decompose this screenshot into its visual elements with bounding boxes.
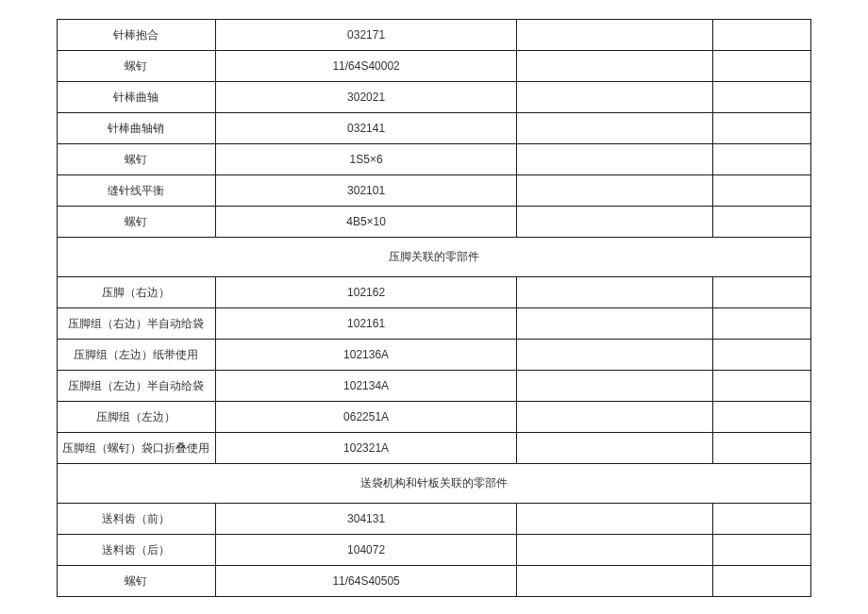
table-cell [713,51,811,82]
table-cell: 螺钉 [58,566,216,597]
table-cell: 针棒抱合 [58,20,216,51]
table-cell: 102134A [215,371,517,402]
table-cell: 032171 [215,20,517,51]
table-cell [713,20,811,51]
table-cell: 1S5×6 [215,144,517,175]
table-cell: 压脚组（右边）半自动给袋 [58,308,216,340]
table-row: 螺钉4B5×10 [58,207,811,238]
table-cell [517,113,713,144]
table-cell [713,82,811,113]
table-cell [517,535,713,566]
table-cell [517,308,713,340]
table-cell [713,113,811,144]
table-cell [517,433,713,464]
table-cell: 送料齿（前） [58,504,216,535]
section-header: 送袋机构和针板关联的零部件 [58,464,811,504]
table-cell [517,175,713,207]
table-row: 送料齿（前）304131 [58,504,811,535]
table-cell [713,535,811,566]
table-cell: 送料齿（后） [58,535,216,566]
table-cell [517,566,713,597]
table-row: 压脚关联的零部件 [58,238,811,277]
table-row: 针棒抱合032171 [58,20,811,51]
table-cell [713,144,811,175]
table-row: 螺钉11/64S40002 [58,51,811,82]
table-cell: 4B5×10 [215,207,517,238]
table-cell: 压脚组（左边） [58,402,216,433]
table-cell: 螺钉 [58,51,216,82]
table-row: 压脚组（螺钉）袋口折叠使用102321A [58,433,811,464]
table-cell [713,402,811,433]
table-cell: 102162 [215,277,517,308]
table-cell: 102136A [215,340,517,371]
table-cell [517,277,713,308]
table-cell: 032141 [215,113,517,144]
table-cell [517,340,713,371]
table-cell: 螺钉 [58,207,216,238]
table-cell [713,566,811,597]
table-cell [517,20,713,51]
table-row: 压脚组（右边）半自动给袋102161 [58,308,811,340]
table-row: 螺钉11/64S40505 [58,566,811,597]
table-cell [713,277,811,308]
table-cell: 302021 [215,82,517,113]
table-row: 压脚组（左边）062251A [58,402,811,433]
table-cell: 针棒曲轴 [58,82,216,113]
table-cell [517,51,713,82]
table-cell: 102161 [215,308,517,340]
table-row: 送袋机构和针板关联的零部件 [58,464,811,504]
table-cell: 302101 [215,175,517,207]
table-cell: 304131 [215,504,517,535]
table-cell: 102321A [215,433,517,464]
table-cell: 压脚组（左边）纸带使用 [58,340,216,371]
table-cell [713,340,811,371]
table-row: 缝针线平衡302101 [58,175,811,207]
table-cell: 针棒曲轴销 [58,113,216,144]
table-row: 送料齿（后）104072 [58,535,811,566]
table-cell [517,402,713,433]
table-cell [713,504,811,535]
table-cell [713,207,811,238]
table-row: 压脚组（左边）纸带使用102136A [58,340,811,371]
table-cell: 缝针线平衡 [58,175,216,207]
table-cell [517,207,713,238]
table-cell [713,308,811,340]
table-row: 针棒曲轴302021 [58,82,811,113]
table-row: 压脚（右边）102162 [58,277,811,308]
table-cell: 062251A [215,402,517,433]
table-row: 针棒曲轴销032141 [58,113,811,144]
table-row: 压脚组（左边）半自动给袋102134A [58,371,811,402]
table-cell [713,433,811,464]
table-cell: 压脚组（左边）半自动给袋 [58,371,216,402]
table-cell: 104072 [215,535,517,566]
table-cell: 螺钉 [58,144,216,175]
table-cell [517,504,713,535]
table-cell [713,371,811,402]
table-cell: 11/64S40002 [215,51,517,82]
table-cell [517,144,713,175]
section-header: 压脚关联的零部件 [58,238,811,277]
table-cell [517,371,713,402]
table-cell: 压脚组（螺钉）袋口折叠使用 [58,433,216,464]
table-cell: 压脚（右边） [58,277,216,308]
table-row: 螺钉1S5×6 [58,144,811,175]
table-cell [517,82,713,113]
table-cell [713,175,811,207]
table-cell: 11/64S40505 [215,566,517,597]
parts-table: 针棒抱合032171螺钉11/64S40002针棒曲轴302021针棒曲轴销03… [57,19,811,597]
